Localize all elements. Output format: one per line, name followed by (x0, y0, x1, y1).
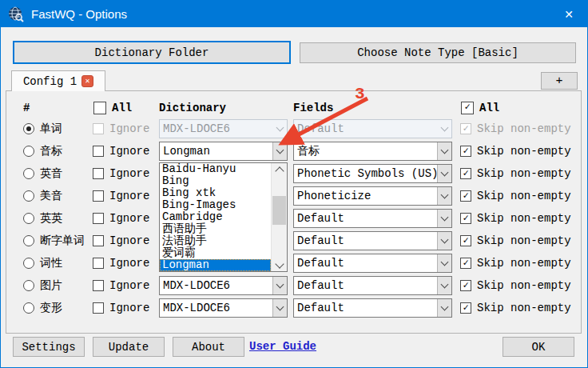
row-label: 词性 (40, 256, 62, 270)
fields-select[interactable]: 音标 (293, 142, 452, 161)
row-radio[interactable] (23, 123, 34, 134)
fields-select[interactable]: Default (293, 298, 452, 318)
dropdown-arrow-icon[interactable] (272, 142, 287, 160)
dropdown-item[interactable]: 爱词霸 (160, 247, 271, 259)
chevron-down-icon (440, 124, 448, 132)
fields-select[interactable]: Phonetic Symbols (US) (293, 164, 452, 183)
tab-config-1[interactable]: Config 1 ✕ (11, 70, 105, 91)
fields-select-value: Default (294, 232, 437, 250)
dictionary-select-value: Longman (160, 142, 272, 160)
scrollbar-thumb[interactable] (272, 196, 286, 225)
ignore-label: Ignore (109, 257, 149, 270)
skip-checkbox[interactable]: ✓ (460, 302, 471, 314)
fields-select[interactable]: Default (293, 276, 452, 295)
dropdown-item[interactable]: Bing xtk (160, 187, 271, 199)
dropdown-item[interactable]: 法语助手 (160, 235, 271, 247)
ignore-checkbox[interactable] (93, 302, 104, 314)
dropdown-item[interactable]: Cambridge (160, 211, 271, 223)
skip-checkbox[interactable]: ✓ (460, 168, 471, 179)
dictionary-folder-button[interactable]: Dictionary Folder (13, 41, 291, 64)
skip-label: Skip non-empty (477, 190, 571, 202)
dropdown-arrow-icon[interactable] (437, 277, 451, 294)
ok-button[interactable]: OK (503, 337, 574, 357)
row-radio[interactable] (23, 258, 34, 269)
dictionary-select[interactable]: MDX-LDOCE6 (159, 276, 288, 295)
dropdown-item[interactable]: 西语助手 (160, 223, 271, 235)
fields-select[interactable]: Phoneticize (293, 186, 452, 206)
window-title: FastWQ - Options (31, 7, 550, 21)
ignore-checkbox[interactable] (93, 258, 104, 269)
row-radio[interactable] (23, 213, 34, 224)
about-button[interactable]: About (173, 337, 244, 357)
dropdown-arrow-icon[interactable] (437, 254, 451, 272)
scroll-down-icon[interactable] (272, 258, 287, 271)
dropdown-arrow-icon[interactable] (437, 232, 451, 250)
dictionary-dropdown-list[interactable]: Baidu-HanyuBingBing xtkBing-ImagesCambri… (159, 162, 288, 272)
chevron-down-icon (276, 124, 284, 132)
scroll-up-icon[interactable] (272, 163, 287, 176)
update-button[interactable]: Update (93, 337, 165, 357)
skip-checkbox[interactable]: ✓ (460, 190, 471, 202)
ignore-checkbox[interactable] (93, 235, 104, 246)
row-label-cell: 断字单词 (23, 230, 85, 252)
dropdown-arrow-icon[interactable] (437, 142, 451, 160)
skip-cell: ✓Skip non-empty (460, 118, 571, 140)
all-ignore-checkbox[interactable] (93, 102, 106, 114)
ignore-cell: Ignore (93, 162, 149, 185)
skip-cell: ✓Skip non-empty (460, 230, 571, 252)
dictionary-select[interactable]: MDX-LDOCE6 (159, 298, 288, 318)
skip-checkbox[interactable]: ✓ (460, 258, 471, 269)
ignore-label: Ignore (109, 212, 149, 225)
choose-note-type-button[interactable]: Choose Note Type [Basic] (300, 42, 576, 63)
row-label-cell: 美音 (23, 185, 62, 207)
chevron-down-icon (276, 303, 284, 311)
ignore-checkbox[interactable] (93, 280, 104, 291)
row-radio[interactable] (23, 168, 34, 179)
dropdown-arrow-icon[interactable] (437, 187, 451, 205)
skip-checkbox[interactable]: ✓ (460, 146, 471, 157)
ignore-checkbox[interactable] (93, 146, 104, 157)
user-guide-link[interactable]: User Guide (249, 340, 316, 353)
dropdown-arrow-icon[interactable] (437, 165, 451, 182)
row-radio[interactable] (23, 190, 34, 202)
row-label: 变形 (40, 301, 62, 315)
skip-checkbox[interactable]: ✓ (460, 213, 471, 224)
skip-checkbox[interactable]: ✓ (460, 235, 471, 246)
fields-select[interactable]: Default (293, 231, 452, 250)
skip-label: Skip non-empty (477, 212, 571, 225)
row-radio[interactable] (23, 235, 34, 246)
dictionary-select[interactable]: Longman (159, 142, 288, 161)
ignore-checkbox[interactable] (93, 168, 104, 179)
dropdown-item[interactable]: Bing (160, 175, 271, 187)
skip-checkbox[interactable]: ✓ (460, 280, 471, 291)
fields-select[interactable]: Default (293, 209, 452, 228)
all-skip-checkbox[interactable]: ✓ (461, 102, 474, 114)
ignore-label: Ignore (109, 279, 149, 292)
table-row: 断字单词IgnoreDefault✓Skip non-empty (1, 230, 587, 252)
dropdown-arrow-icon[interactable] (437, 299, 451, 317)
ignore-checkbox[interactable] (93, 213, 104, 224)
dropdown-item[interactable]: Baidu-Hanyu (160, 163, 271, 175)
skip-label: Skip non-empty (477, 279, 571, 292)
dropdown-item[interactable]: Bing-Images (160, 199, 271, 211)
dropdown-scrollbar[interactable] (271, 163, 287, 271)
skip-label: Skip non-empty (477, 122, 571, 135)
ignore-checkbox[interactable] (93, 190, 104, 202)
ignore-cell: Ignore (93, 140, 149, 162)
dropdown-arrow-icon[interactable] (272, 277, 287, 294)
add-config-button[interactable]: + (541, 72, 578, 90)
settings-button[interactable]: Settings (13, 337, 85, 357)
fields-select[interactable]: Default (293, 254, 452, 273)
dropdown-item[interactable]: Longman (160, 259, 271, 271)
column-header-dictionary: Dictionary (159, 100, 226, 116)
dropdown-arrow-icon[interactable] (272, 299, 287, 317)
titlebar: FastWQ - Options ✕ (1, 1, 587, 27)
dropdown-arrow-icon[interactable] (437, 210, 451, 227)
close-icon[interactable]: ✕ (550, 1, 587, 27)
row-radio[interactable] (23, 302, 34, 314)
row-radio[interactable] (23, 146, 34, 157)
column-header-fields: Fields (293, 100, 333, 116)
tab-close-icon[interactable]: ✕ (81, 75, 93, 87)
row-radio[interactable] (23, 280, 34, 291)
ignore-cell: Ignore (93, 252, 149, 274)
